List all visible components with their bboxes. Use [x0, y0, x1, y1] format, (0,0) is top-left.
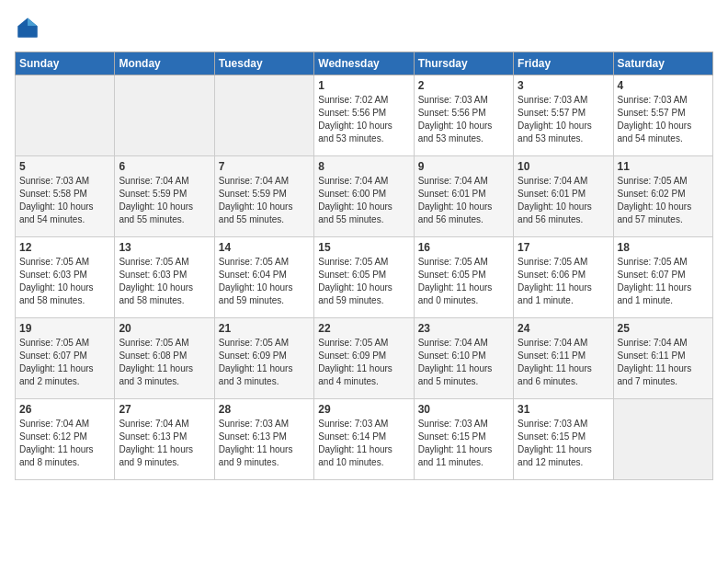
calendar-cell: 12Sunrise: 7:05 AMSunset: 6:03 PMDayligh…	[16, 237, 115, 318]
calendar-cell: 25Sunrise: 7:04 AMSunset: 6:11 PMDayligh…	[613, 318, 712, 399]
day-info: Sunrise: 7:03 AMSunset: 5:56 PMDaylight:…	[418, 94, 509, 145]
calendar-cell: 20Sunrise: 7:05 AMSunset: 6:08 PMDayligh…	[115, 318, 214, 399]
week-row-0: 1Sunrise: 7:02 AMSunset: 5:56 PMDaylight…	[16, 75, 713, 156]
day-number: 14	[219, 241, 310, 254]
day-info: Sunrise: 7:04 AMSunset: 6:01 PMDaylight:…	[518, 175, 609, 226]
day-info: Sunrise: 7:05 AMSunset: 6:03 PMDaylight:…	[19, 256, 110, 307]
svg-rect-2	[18, 26, 38, 37]
calendar-cell: 3Sunrise: 7:03 AMSunset: 5:57 PMDaylight…	[514, 75, 613, 156]
calendar-cell: 24Sunrise: 7:04 AMSunset: 6:11 PMDayligh…	[514, 318, 613, 399]
day-number: 7	[219, 160, 310, 173]
day-info: Sunrise: 7:05 AMSunset: 6:04 PMDaylight:…	[219, 256, 310, 307]
day-info: Sunrise: 7:04 AMSunset: 6:11 PMDaylight:…	[518, 337, 609, 388]
calendar-cell: 7Sunrise: 7:04 AMSunset: 5:59 PMDaylight…	[214, 156, 313, 237]
day-info: Sunrise: 7:04 AMSunset: 5:59 PMDaylight:…	[219, 175, 310, 226]
calendar-cell: 27Sunrise: 7:04 AMSunset: 6:13 PMDayligh…	[115, 399, 214, 480]
day-info: Sunrise: 7:05 AMSunset: 6:02 PMDaylight:…	[618, 175, 709, 226]
day-info: Sunrise: 7:05 AMSunset: 6:06 PMDaylight:…	[518, 256, 609, 307]
calendar-cell: 6Sunrise: 7:04 AMSunset: 5:59 PMDaylight…	[115, 156, 214, 237]
header-sunday: Sunday	[16, 52, 115, 75]
day-number: 10	[518, 160, 609, 173]
calendar-cell: 13Sunrise: 7:05 AMSunset: 6:03 PMDayligh…	[115, 237, 214, 318]
week-row-4: 26Sunrise: 7:04 AMSunset: 6:12 PMDayligh…	[16, 399, 713, 480]
day-number: 8	[318, 160, 409, 173]
day-number: 23	[418, 322, 509, 335]
day-number: 5	[19, 160, 110, 173]
header-saturday: Saturday	[613, 52, 712, 75]
week-row-1: 5Sunrise: 7:03 AMSunset: 5:58 PMDaylight…	[16, 156, 713, 237]
calendar-cell: 8Sunrise: 7:04 AMSunset: 6:00 PMDaylight…	[314, 156, 414, 237]
calendar-cell	[214, 75, 313, 156]
calendar-cell: 17Sunrise: 7:05 AMSunset: 6:06 PMDayligh…	[514, 237, 613, 318]
calendar-cell: 15Sunrise: 7:05 AMSunset: 6:05 PMDayligh…	[314, 237, 414, 318]
calendar-cell	[115, 75, 214, 156]
day-number: 15	[318, 241, 409, 254]
logo-icon	[15, 15, 40, 40]
day-number: 20	[119, 322, 210, 335]
calendar-cell: 4Sunrise: 7:03 AMSunset: 5:57 PMDaylight…	[613, 75, 712, 156]
day-number: 31	[518, 403, 609, 416]
page-header	[15, 15, 713, 40]
day-info: Sunrise: 7:05 AMSunset: 6:09 PMDaylight:…	[219, 337, 310, 388]
header-thursday: Thursday	[414, 52, 513, 75]
calendar-cell: 1Sunrise: 7:02 AMSunset: 5:56 PMDaylight…	[314, 75, 414, 156]
day-number: 19	[19, 322, 110, 335]
day-info: Sunrise: 7:04 AMSunset: 5:59 PMDaylight:…	[119, 175, 210, 226]
day-number: 27	[119, 403, 210, 416]
day-info: Sunrise: 7:05 AMSunset: 6:07 PMDaylight:…	[19, 337, 110, 388]
calendar-cell: 22Sunrise: 7:05 AMSunset: 6:09 PMDayligh…	[314, 318, 414, 399]
week-row-3: 19Sunrise: 7:05 AMSunset: 6:07 PMDayligh…	[16, 318, 713, 399]
day-number: 1	[318, 79, 409, 92]
day-info: Sunrise: 7:05 AMSunset: 6:03 PMDaylight:…	[119, 256, 210, 307]
day-number: 18	[618, 241, 709, 254]
header-row: SundayMondayTuesdayWednesdayThursdayFrid…	[16, 52, 713, 75]
day-info: Sunrise: 7:03 AMSunset: 6:13 PMDaylight:…	[219, 418, 310, 469]
day-number: 13	[119, 241, 210, 254]
day-info: Sunrise: 7:05 AMSunset: 6:07 PMDaylight:…	[618, 256, 709, 307]
calendar-cell: 26Sunrise: 7:04 AMSunset: 6:12 PMDayligh…	[16, 399, 115, 480]
day-number: 24	[518, 322, 609, 335]
calendar-cell: 14Sunrise: 7:05 AMSunset: 6:04 PMDayligh…	[214, 237, 313, 318]
day-info: Sunrise: 7:03 AMSunset: 5:58 PMDaylight:…	[19, 175, 110, 226]
day-number: 3	[518, 79, 609, 92]
svg-marker-1	[28, 18, 38, 27]
day-number: 17	[518, 241, 609, 254]
day-number: 25	[618, 322, 709, 335]
day-info: Sunrise: 7:05 AMSunset: 6:05 PMDaylight:…	[318, 256, 409, 307]
day-number: 28	[219, 403, 310, 416]
calendar-cell	[16, 75, 115, 156]
day-info: Sunrise: 7:04 AMSunset: 6:10 PMDaylight:…	[418, 337, 509, 388]
day-info: Sunrise: 7:05 AMSunset: 6:05 PMDaylight:…	[418, 256, 509, 307]
day-number: 26	[19, 403, 110, 416]
day-info: Sunrise: 7:02 AMSunset: 5:56 PMDaylight:…	[318, 94, 409, 145]
day-info: Sunrise: 7:03 AMSunset: 5:57 PMDaylight:…	[518, 94, 609, 145]
calendar-cell: 11Sunrise: 7:05 AMSunset: 6:02 PMDayligh…	[613, 156, 712, 237]
day-info: Sunrise: 7:04 AMSunset: 6:00 PMDaylight:…	[318, 175, 409, 226]
calendar-cell: 19Sunrise: 7:05 AMSunset: 6:07 PMDayligh…	[16, 318, 115, 399]
header-tuesday: Tuesday	[214, 52, 313, 75]
logo	[15, 15, 44, 40]
header-wednesday: Wednesday	[314, 52, 414, 75]
day-number: 6	[119, 160, 210, 173]
calendar-body: 1Sunrise: 7:02 AMSunset: 5:56 PMDaylight…	[16, 75, 713, 480]
day-number: 22	[318, 322, 409, 335]
header-monday: Monday	[115, 52, 214, 75]
calendar-cell: 18Sunrise: 7:05 AMSunset: 6:07 PMDayligh…	[613, 237, 712, 318]
day-info: Sunrise: 7:04 AMSunset: 6:12 PMDaylight:…	[19, 418, 110, 469]
day-info: Sunrise: 7:03 AMSunset: 6:15 PMDaylight:…	[518, 418, 609, 469]
calendar-cell: 30Sunrise: 7:03 AMSunset: 6:15 PMDayligh…	[414, 399, 513, 480]
day-info: Sunrise: 7:03 AMSunset: 6:15 PMDaylight:…	[418, 418, 509, 469]
calendar-cell	[613, 399, 712, 480]
day-info: Sunrise: 7:05 AMSunset: 6:08 PMDaylight:…	[119, 337, 210, 388]
calendar-cell: 31Sunrise: 7:03 AMSunset: 6:15 PMDayligh…	[514, 399, 613, 480]
day-info: Sunrise: 7:03 AMSunset: 5:57 PMDaylight:…	[618, 94, 709, 145]
calendar-cell: 23Sunrise: 7:04 AMSunset: 6:10 PMDayligh…	[414, 318, 513, 399]
day-number: 21	[219, 322, 310, 335]
day-number: 4	[618, 79, 709, 92]
calendar-cell: 5Sunrise: 7:03 AMSunset: 5:58 PMDaylight…	[16, 156, 115, 237]
day-info: Sunrise: 7:04 AMSunset: 6:11 PMDaylight:…	[618, 337, 709, 388]
day-info: Sunrise: 7:04 AMSunset: 6:13 PMDaylight:…	[119, 418, 210, 469]
calendar-cell: 16Sunrise: 7:05 AMSunset: 6:05 PMDayligh…	[414, 237, 513, 318]
calendar-header: SundayMondayTuesdayWednesdayThursdayFrid…	[16, 52, 713, 75]
day-number: 2	[418, 79, 509, 92]
